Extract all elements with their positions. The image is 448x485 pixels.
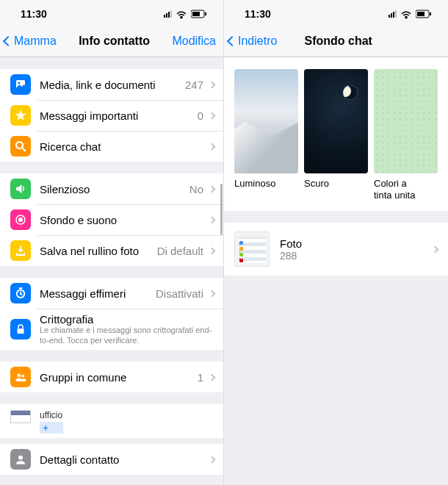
status-bar: 11:30: [0, 0, 223, 28]
media-icon: [10, 74, 31, 95]
contact-info-screen: 11:30 Mamma Info contatto Modifica Media…: [0, 0, 224, 485]
wallpaper-light-thumb: [234, 69, 298, 173]
wallpaper-grid: Luminoso Scuro Colori a tinta unita: [224, 57, 448, 201]
chevron-right-icon: [209, 247, 216, 254]
contact-icon: [10, 449, 31, 470]
row-text: Crittografia Le chiamate e i messaggi so…: [40, 313, 214, 345]
row-value: 0: [198, 109, 203, 122]
svg-point-5: [18, 82, 20, 84]
row-encryption[interactable]: Crittografia Le chiamate e i messaggi so…: [0, 309, 223, 350]
svg-line-7: [22, 148, 26, 151]
back-label: Indietro: [238, 35, 277, 48]
edit-button[interactable]: Modifica: [172, 35, 216, 48]
wifi-icon: [400, 7, 413, 21]
photos-count: 288: [280, 250, 433, 262]
back-button[interactable]: Indietro: [228, 35, 277, 48]
chevron-right-icon: [209, 456, 216, 463]
chevron-left-icon: [227, 35, 237, 46]
row-label: Media, link e documenti: [40, 79, 185, 91]
svg-point-15: [405, 16, 407, 18]
row-label: Silenzioso: [40, 183, 189, 195]
row-search[interactable]: Ricerca chat: [0, 131, 223, 162]
row-value: 1: [198, 371, 203, 384]
section-settings: Silenzioso No Sfondo e suono Salva nel r…: [0, 173, 223, 266]
section-privacy: Messaggi effimeri Disattivati Crittograf…: [0, 278, 223, 350]
office-logo: [10, 410, 31, 423]
row-value: No: [189, 183, 203, 195]
svg-point-12: [18, 374, 21, 378]
row-label: Salva nel rullino foto: [40, 245, 157, 257]
chevron-right-icon: [209, 373, 216, 381]
section-details: Dettagli contatto: [0, 444, 223, 475]
office-plus: +: [40, 422, 63, 434]
chevron-right-icon: [209, 216, 216, 223]
wallpaper-icon: [10, 209, 31, 230]
row-label: Gruppi in comune: [40, 371, 198, 384]
office-key: ufficio: [40, 410, 63, 420]
row-label: Dettagli contatto: [40, 453, 209, 466]
group-icon: [10, 367, 31, 387]
svg-point-9: [19, 218, 23, 222]
svg-rect-11: [18, 328, 24, 334]
row-mute[interactable]: Silenzioso No: [0, 173, 223, 204]
save-icon: [10, 240, 31, 261]
row-label: Messaggi effimeri: [40, 287, 156, 300]
wallpaper-list: Luminoso Scuro Colori a tinta unita: [224, 57, 448, 485]
nav-title: Sfondo chat: [304, 35, 372, 48]
back-button[interactable]: Mamma: [4, 35, 57, 48]
wallpaper-dark[interactable]: Scuro: [304, 69, 368, 201]
row-wallpaper[interactable]: Sfondo e suono: [0, 204, 223, 235]
row-details[interactable]: Dettagli contatto: [0, 444, 223, 475]
nav-bar: Indietro Sfondo chat: [224, 28, 448, 57]
star-icon: [10, 105, 31, 126]
wallpaper-light[interactable]: Luminoso: [234, 69, 298, 201]
nav-title: Info contatto: [79, 35, 150, 48]
chevron-left-icon: [3, 35, 13, 46]
row-value: Di default: [157, 245, 203, 257]
row-savephotos[interactable]: Salva nel rullino foto Di default: [0, 235, 223, 266]
row-label: Crittografia: [40, 313, 214, 326]
nav-bar: Mamma Info contatto Modifica: [0, 28, 223, 57]
section-office[interactable]: ufficio +: [0, 404, 223, 438]
row-value: Disattivati: [156, 287, 203, 300]
svg-point-13: [21, 375, 24, 378]
photos-text: Foto 288: [280, 237, 433, 262]
row-starred[interactable]: Messaggi importanti 0: [0, 100, 223, 131]
status-time: 11:30: [21, 8, 47, 20]
cellular-icon: [164, 10, 172, 18]
chevron-right-icon: [209, 290, 216, 297]
battery-icon: [191, 10, 207, 18]
status-time: 11:30: [245, 8, 271, 20]
settings-list: Media, link e documenti 247 Messaggi imp…: [0, 57, 223, 485]
wallpaper-solid-thumb: [374, 69, 438, 173]
wallpaper-label: Luminoso: [234, 178, 298, 190]
wallpaper-label: Scuro: [304, 178, 368, 190]
svg-point-14: [18, 456, 23, 460]
back-label: Mamma: [14, 35, 57, 48]
row-disappearing[interactable]: Messaggi effimeri Disattivati: [0, 278, 223, 309]
status-indicators: [164, 7, 207, 21]
svg-rect-2: [192, 12, 200, 16]
chevron-right-icon: [209, 81, 216, 88]
wallpaper-solid[interactable]: Colori a tinta unita: [374, 69, 438, 201]
section-groups: Gruppi in comune 1: [0, 362, 223, 392]
battery-icon: [416, 10, 432, 18]
row-label: Messaggi importanti: [40, 109, 198, 122]
cellular-icon: [389, 10, 397, 18]
section-media: Media, link e documenti 247 Messaggi imp…: [0, 69, 223, 162]
lock-icon: [10, 319, 31, 340]
row-label: Ricerca chat: [40, 140, 209, 153]
status-indicators: [389, 7, 432, 21]
row-media[interactable]: Media, link e documenti 247: [0, 69, 223, 100]
chevron-right-icon: [432, 245, 439, 253]
photos-row[interactable]: Foto 288: [224, 223, 448, 276]
row-value: 247: [185, 79, 203, 91]
wallpaper-label: Colori a tinta unita: [374, 178, 438, 201]
svg-point-0: [181, 16, 182, 18]
status-bar: 11:30: [224, 0, 448, 28]
row-groups[interactable]: Gruppi in comune 1: [0, 362, 223, 392]
scrollbar[interactable]: [220, 184, 223, 235]
speaker-icon: [10, 179, 31, 199]
row-sublabel: Le chiamate e i messaggi sono crittograf…: [40, 326, 214, 345]
wallpaper-screen: 11:30 Indietro Sfondo chat Luminoso Scur…: [224, 0, 448, 485]
